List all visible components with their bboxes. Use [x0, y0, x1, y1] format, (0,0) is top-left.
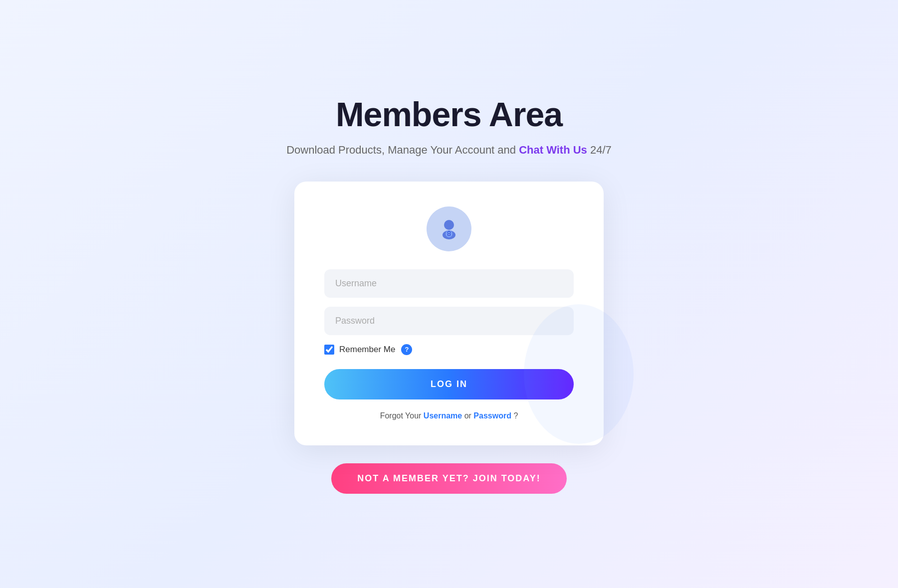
help-icon[interactable]: ?: [401, 344, 412, 355]
forgot-password-link[interactable]: Password: [473, 411, 511, 420]
page-container: Members Area Download Products, Manage Y…: [0, 95, 898, 494]
forgot-username-link[interactable]: Username: [424, 411, 462, 420]
svg-point-0: [444, 220, 454, 230]
decorative-circle: [524, 304, 634, 444]
forgot-row: Forgot Your Username or Password ?: [380, 411, 518, 420]
chat-link[interactable]: Chat With Us: [519, 144, 587, 156]
forgot-prefix: Forgot Your: [380, 411, 424, 420]
join-today-button[interactable]: NOT A MEMBER YET? JOIN TODAY!: [331, 463, 566, 494]
subtitle-suffix: 24/7: [590, 144, 612, 156]
remember-me-checkbox[interactable]: [324, 345, 334, 355]
page-title: Members Area: [336, 95, 562, 134]
user-avatar-icon: [427, 206, 471, 251]
user-lock-svg: [436, 216, 462, 242]
forgot-or: or: [464, 411, 474, 420]
subtitle: Download Products, Manage Your Account a…: [286, 144, 612, 157]
subtitle-text: Download Products, Manage Your Account a…: [286, 144, 516, 156]
username-input[interactable]: [324, 269, 574, 298]
svg-point-4: [449, 234, 449, 235]
forgot-suffix: ?: [513, 411, 518, 420]
remember-me-label: Remember Me: [339, 345, 395, 355]
